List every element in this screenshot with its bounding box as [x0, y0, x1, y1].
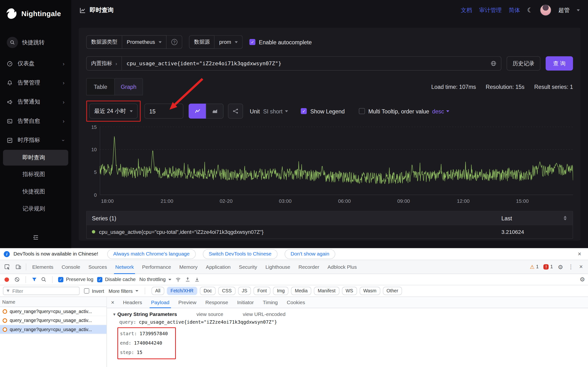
pill-img[interactable]: Img	[273, 287, 289, 295]
network-settings-gear-icon[interactable]: ⚙	[580, 276, 585, 283]
sidebar-item-metric-views[interactable]: 指标视图	[0, 166, 71, 183]
request-row[interactable]: query_range?query=cpu_usage_activ...	[0, 316, 107, 325]
tab-network[interactable]: Network	[111, 260, 138, 274]
pill-ws[interactable]: WS	[342, 287, 357, 295]
throttling-select[interactable]: No throttling	[139, 277, 171, 282]
pill-wasm[interactable]: Wasm	[359, 287, 380, 295]
tab-table[interactable]: Table	[86, 78, 115, 95]
tab-response[interactable]: Response	[201, 297, 233, 308]
tab-memory[interactable]: Memory	[175, 260, 201, 274]
import-har-icon[interactable]	[194, 277, 200, 282]
step-input[interactable]	[144, 104, 183, 118]
pill-media[interactable]: Media	[291, 287, 311, 295]
tab-recorder[interactable]: Recorder	[294, 260, 323, 274]
inspect-element-icon[interactable]	[1, 262, 13, 272]
tab-payload[interactable]: Payload	[146, 297, 174, 308]
sidebar-item-alert-notification[interactable]: 告警通知 ›	[0, 92, 71, 111]
time-range-select[interactable]: 最近 24 小时	[89, 104, 138, 118]
sidebar-item-timeseries-metrics[interactable]: 时序指标 ›	[0, 131, 71, 150]
sidebar-item-alert-management[interactable]: 告警管理 ›	[0, 73, 71, 92]
pill-font[interactable]: Font	[254, 287, 270, 295]
pill-all[interactable]: All	[151, 287, 164, 295]
tab-performance[interactable]: Performance	[138, 260, 175, 274]
language-link[interactable]: 简体	[509, 7, 520, 14]
sidebar-item-instant-query[interactable]: 即时查询	[3, 150, 68, 166]
more-filters-button[interactable]: More filters	[108, 288, 138, 293]
pill-fetch-xhr[interactable]: Fetch/XHR	[167, 287, 197, 295]
pill-other[interactable]: Other	[383, 287, 402, 295]
show-legend-checkbox[interactable]: ✓ Show Legend	[301, 108, 345, 114]
clear-icon[interactable]	[14, 277, 20, 282]
search-icon[interactable]	[41, 277, 46, 282]
line-chart-button[interactable]	[189, 104, 206, 118]
pill-manifest[interactable]: Manifest	[314, 287, 339, 295]
tab-preview[interactable]: Preview	[174, 297, 201, 308]
run-query-button[interactable]: 查 询	[546, 56, 573, 71]
chevron-down-icon[interactable]	[577, 9, 580, 11]
docs-link[interactable]: 文档	[461, 7, 472, 14]
share-button[interactable]	[228, 104, 243, 118]
name-column-header[interactable]: Name	[0, 297, 107, 307]
series-row[interactable]: cpu_usage_active{cpu="cpu-total",ident="…	[87, 225, 572, 238]
tab-application[interactable]: Application	[201, 260, 234, 274]
sidebar-item-quick-views[interactable]: 快捷视图	[0, 183, 71, 200]
sidebar-item-quick-jump[interactable]: 快捷跳转	[4, 35, 68, 50]
tab-timing[interactable]: Timing	[258, 297, 282, 308]
view-source-button[interactable]: view source	[197, 312, 223, 317]
match-language-button[interactable]: Always match Chrome's language	[107, 249, 196, 259]
avatar[interactable]	[540, 5, 551, 16]
dont-show-again-button[interactable]: Don't show again	[285, 249, 335, 259]
preserve-log-checkbox[interactable]: ✓ Preserve log	[58, 277, 93, 282]
area-chart-button[interactable]	[206, 104, 224, 118]
sidebar-item-recording-rules[interactable]: 记录规则	[0, 200, 71, 217]
sort-icon[interactable]	[564, 216, 568, 220]
record-button[interactable]	[5, 277, 9, 282]
tab-graph[interactable]: Graph	[114, 78, 143, 95]
autocomplete-checkbox[interactable]: ✓ Enable autocomplete	[250, 39, 312, 45]
switch-chinese-button[interactable]: Switch DevTools to Chinese	[203, 249, 278, 259]
request-row-selected[interactable]: query_range?query=cpu_usage_activ...	[0, 325, 107, 334]
audit-link[interactable]: 审计管理	[479, 7, 502, 14]
pill-css[interactable]: CSS	[218, 287, 235, 295]
sidebar-item-alert-selfhealing[interactable]: 告警自愈 ›	[0, 111, 71, 131]
tab-headers[interactable]: Headers	[118, 297, 146, 308]
pill-doc[interactable]: Doc	[200, 287, 216, 295]
promql-input[interactable]: cpu_usage_active{ident="iZ2ze4oi71k3qgdx…	[122, 56, 501, 71]
close-banner-icon[interactable]: ×	[575, 250, 584, 257]
plot-area[interactable]: 18:00 21:00 02-20 03:00 06:00 09:00 12:0…	[100, 125, 573, 206]
dark-mode-icon[interactable]: ☾	[527, 6, 533, 14]
triangle-expanded-icon[interactable]: ▼	[113, 312, 116, 317]
pill-js[interactable]: JS	[238, 287, 251, 295]
close-detail-icon[interactable]: ×	[107, 299, 118, 305]
order-select[interactable]: desc	[432, 108, 449, 114]
export-har-icon[interactable]	[185, 277, 190, 282]
brand[interactable]: Nightingale	[0, 5, 71, 23]
help-button[interactable]: ?	[167, 35, 182, 49]
sidebar-item-dashboards[interactable]: 仪表盘 ›	[0, 54, 71, 73]
settings-gear-icon[interactable]: ⚙	[558, 263, 563, 270]
disable-cache-checkbox[interactable]: ✓ Disable cache	[97, 277, 136, 282]
tab-adblock-plus[interactable]: Adblock Plus	[323, 260, 361, 274]
tab-sources[interactable]: Sources	[84, 260, 111, 274]
tab-lighthouse[interactable]: Lighthouse	[261, 260, 294, 274]
section-title[interactable]: Query String Parameters	[117, 312, 177, 317]
errors-indicator[interactable]: ! 1	[543, 264, 553, 269]
filter-funnel-icon[interactable]	[32, 277, 37, 282]
tab-elements[interactable]: Elements	[28, 260, 57, 274]
request-row[interactable]: query_range?query=cpu_usage_activ...	[0, 307, 107, 316]
warnings-indicator[interactable]: ⚠ 1	[530, 264, 539, 270]
filter-input[interactable]	[12, 288, 77, 293]
network-conditions-icon[interactable]	[175, 276, 181, 283]
view-url-encoded-button[interactable]: view URL-encoded	[243, 312, 286, 317]
tab-initiator[interactable]: Initiator	[233, 297, 258, 308]
globe-icon[interactable]	[491, 60, 497, 67]
kebab-menu-icon[interactable]: ⋮	[568, 263, 573, 270]
tab-security[interactable]: Security	[235, 260, 261, 274]
history-button[interactable]: 历史记录	[507, 56, 540, 71]
builtin-metrics-button[interactable]: 内置指标 ›	[86, 56, 122, 71]
close-devtools-icon[interactable]: ×	[579, 263, 584, 270]
multi-tooltip-checkbox[interactable]: Multi Tooltip, order value	[359, 108, 429, 114]
invert-checkbox[interactable]: Invert	[84, 288, 104, 293]
last-column-header[interactable]: Last	[501, 215, 512, 221]
tab-console[interactable]: Console	[57, 260, 84, 274]
